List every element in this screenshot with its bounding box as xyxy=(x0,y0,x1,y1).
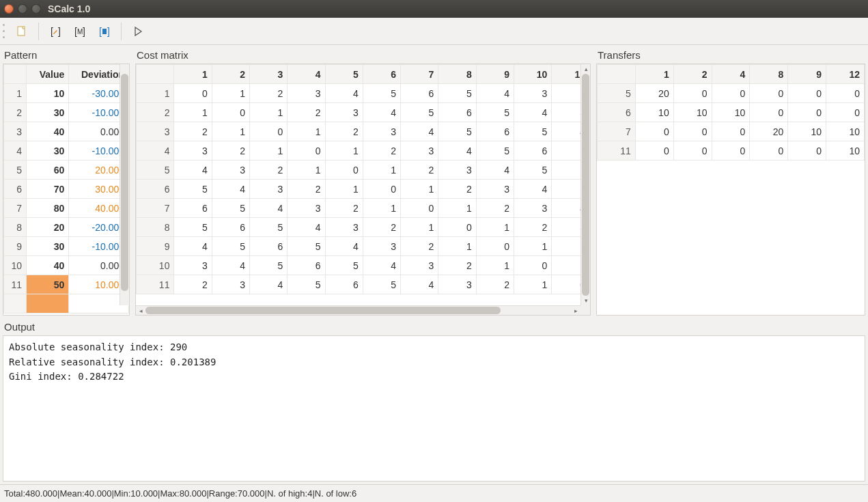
transfers-col-header[interactable]: 8 xyxy=(750,65,788,84)
transfers-cell[interactable]: 10 xyxy=(712,103,750,122)
row-header[interactable]: 7 xyxy=(598,122,636,141)
transfers-cell[interactable]: 0 xyxy=(712,84,750,103)
row-header[interactable]: 9 xyxy=(137,237,174,256)
table-row[interactable]: 945654321012 xyxy=(137,237,590,256)
cost-cell[interactable]: 6 xyxy=(438,103,476,122)
pattern-value-cell[interactable]: 40 xyxy=(26,256,68,275)
cost-cell[interactable]: 0 xyxy=(250,122,288,141)
cost-cell[interactable]: 3 xyxy=(476,180,514,199)
transfers-cell[interactable]: 0 xyxy=(826,84,865,103)
cost-cell[interactable]: 4 xyxy=(212,180,249,199)
transfers-cell[interactable]: 20 xyxy=(635,84,673,103)
row-header[interactable]: 4 xyxy=(137,141,174,161)
transfers-cell[interactable]: 0 xyxy=(635,141,673,161)
transfers-cell[interactable]: 0 xyxy=(712,122,750,141)
row-header[interactable]: 6 xyxy=(4,180,27,199)
cost-cell[interactable]: 1 xyxy=(250,103,288,122)
transfers-col-header[interactable]: 1 xyxy=(635,65,673,84)
pattern-vscroll[interactable] xyxy=(120,64,129,305)
transfers-col-header[interactable]: 4 xyxy=(712,65,750,84)
cost-cell[interactable]: 3 xyxy=(363,237,400,256)
transfers-cell[interactable]: 0 xyxy=(788,84,826,103)
cost-cell[interactable]: 1 xyxy=(401,218,438,237)
cost-cell[interactable]: 2 xyxy=(174,122,212,141)
row-header[interactable]: 8 xyxy=(137,218,174,237)
cost-cell[interactable]: 2 xyxy=(363,141,400,161)
cost-cell[interactable]: 3 xyxy=(174,256,212,275)
transfers-cell[interactable]: 0 xyxy=(673,84,712,103)
table-row[interactable]: 78040.000 xyxy=(4,199,129,218)
cost-cell[interactable]: 3 xyxy=(325,218,363,237)
table-row[interactable]: 1123456543210 xyxy=(137,275,590,294)
cost-cell[interactable]: 2 xyxy=(212,141,249,161)
transfers-cell[interactable]: 0 xyxy=(673,122,712,141)
cost-cell[interactable]: 0 xyxy=(363,180,400,199)
cost-cell[interactable]: 4 xyxy=(325,237,363,256)
transfers-cell[interactable]: 10 xyxy=(635,103,673,122)
edit-cost-button[interactable]: [M] xyxy=(69,20,91,42)
cost-cell[interactable]: 5 xyxy=(514,122,551,141)
table-row[interactable]: 110-30.000 xyxy=(4,84,129,103)
cost-col-header[interactable]: 5 xyxy=(325,65,363,84)
table-row[interactable]: 6101010000 xyxy=(598,103,865,122)
cost-cell[interactable]: 6 xyxy=(288,256,325,275)
cost-cell[interactable]: 4 xyxy=(476,161,514,180)
edit-transfers-button[interactable]: [] xyxy=(94,20,115,42)
cost-cell[interactable]: 5 xyxy=(514,161,551,180)
cost-cell[interactable]: 1 xyxy=(250,141,288,161)
cost-cell[interactable]: 2 xyxy=(288,103,325,122)
transfers-table[interactable]: 1248912520000006101010000700020101011000… xyxy=(597,64,865,161)
transfers-col-header[interactable]: 12 xyxy=(826,65,865,84)
cost-cell[interactable]: 1 xyxy=(363,161,400,180)
cost-cell[interactable]: 4 xyxy=(476,84,514,103)
cost-cell[interactable]: 4 xyxy=(514,103,551,122)
cost-vscroll[interactable]: ▴ ▾ xyxy=(580,64,590,305)
transfers-cell[interactable]: 0 xyxy=(788,141,826,161)
row-header[interactable]: 1 xyxy=(4,84,27,103)
cost-cell[interactable]: 3 xyxy=(174,141,212,161)
cost-cell[interactable]: 2 xyxy=(476,275,514,294)
cost-cell[interactable]: 1 xyxy=(401,180,438,199)
cost-cell[interactable]: 3 xyxy=(212,161,249,180)
cost-cell[interactable]: 3 xyxy=(288,84,325,103)
pattern-value-cell[interactable]: 60 xyxy=(26,161,68,180)
row-header[interactable]: 7 xyxy=(137,199,174,218)
cost-cell[interactable]: 2 xyxy=(476,199,514,218)
cost-cell[interactable]: 4 xyxy=(401,275,438,294)
transfers-cell[interactable]: 10 xyxy=(826,141,865,161)
cost-cell[interactable]: 2 xyxy=(401,161,438,180)
cost-cell[interactable]: 4 xyxy=(288,218,325,237)
cost-cell[interactable]: 3 xyxy=(514,84,551,103)
cost-cell[interactable]: 2 xyxy=(250,161,288,180)
cost-col-header[interactable]: 3 xyxy=(250,65,288,84)
pattern-value-cell[interactable]: 40 xyxy=(26,122,68,141)
table-row[interactable]: 430-10.000 xyxy=(4,141,129,161)
cost-cell[interactable]: 6 xyxy=(514,141,551,161)
cost-cell[interactable]: 0 xyxy=(476,237,514,256)
table-row[interactable]: 56020.000 xyxy=(4,161,129,180)
cost-cell[interactable]: 4 xyxy=(363,256,400,275)
cost-cell[interactable]: 5 xyxy=(288,237,325,256)
pattern-value-cell[interactable]: 30 xyxy=(26,141,68,161)
row-header[interactable]: 2 xyxy=(137,103,174,122)
cost-cell[interactable]: 4 xyxy=(212,256,249,275)
cost-cell[interactable]: 6 xyxy=(174,199,212,218)
row-header[interactable]: 1 xyxy=(137,84,174,103)
cost-cell[interactable]: 4 xyxy=(250,199,288,218)
transfers-cell[interactable]: 0 xyxy=(712,141,750,161)
cost-cell[interactable]: 2 xyxy=(325,199,363,218)
cost-cell[interactable]: 3 xyxy=(401,256,438,275)
window-close-button[interactable] xyxy=(4,4,14,14)
row-header[interactable]: 3 xyxy=(137,122,174,141)
cost-cell[interactable]: 6 xyxy=(401,84,438,103)
row-header[interactable]: 9 xyxy=(4,237,27,256)
cost-col-header[interactable]: 10 xyxy=(514,65,551,84)
cost-cell[interactable]: 5 xyxy=(476,103,514,122)
pattern-value-cell[interactable]: 70 xyxy=(26,180,68,199)
row-header[interactable]: 4 xyxy=(4,141,27,161)
cost-cell[interactable]: 5 xyxy=(174,180,212,199)
cost-cell[interactable]: 1 xyxy=(288,161,325,180)
cost-cell[interactable]: 1 xyxy=(325,141,363,161)
cost-cell[interactable]: 0 xyxy=(174,84,212,103)
cost-cell[interactable]: 6 xyxy=(212,218,249,237)
